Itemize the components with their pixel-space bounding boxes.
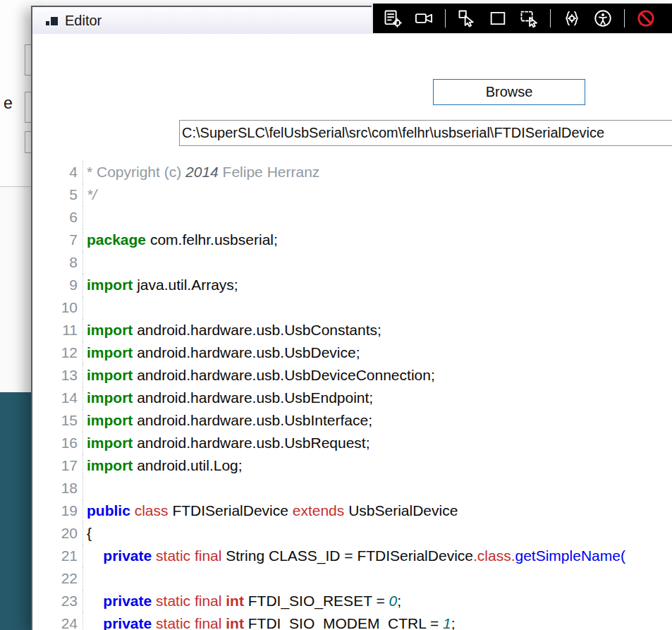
line-number: 24 (32, 612, 83, 630)
code-line: 17import android.util.Log; (32, 454, 672, 477)
code-text (83, 251, 87, 274)
detail-capture-icon[interactable] (383, 8, 403, 28)
line-number: 13 (32, 364, 83, 387)
code-line: 10 (32, 296, 672, 319)
code-text: private static final String CLASS_ID = F… (83, 545, 625, 567)
code-text: import android.hardware.usb.UsbRequest; (83, 432, 370, 454)
code-text: import java.util.Arrays; (83, 274, 238, 296)
code-text (83, 206, 87, 229)
browse-button[interactable]: Browse (433, 79, 585, 105)
code-text (83, 477, 87, 499)
code-line: 13import android.hardware.usb.UsbDeviceC… (32, 364, 672, 387)
line-number: 6 (32, 206, 83, 229)
code-text: * Copyright (c) 2014 Felipe Herranz (83, 161, 319, 183)
editor-window: Editor Browse 4* Copyright (c) 2014 Feli… (31, 6, 672, 630)
code-text: private static final int FTDI_SIO_MODEM_… (83, 612, 456, 630)
code-area[interactable]: 4* Copyright (c) 2014 Felipe Herranz5*/6… (32, 161, 672, 630)
code-line: 16import android.hardware.usb.UsbRequest… (32, 432, 672, 454)
line-number: 19 (32, 499, 83, 522)
line-number: 18 (32, 477, 83, 499)
toolbar-divider (550, 9, 551, 28)
background-partial-label: e (4, 94, 13, 113)
editor-content: Browse 4* Copyright (c) 2014 Felipe Herr… (32, 34, 672, 630)
code-lines: 4* Copyright (c) 2014 Felipe Herranz5*/6… (32, 161, 672, 630)
code-text: import android.hardware.usb.UsbDeviceCon… (83, 364, 435, 387)
code-line: 14import android.hardware.usb.UsbEndpoin… (32, 387, 672, 409)
accessibility-icon[interactable] (593, 8, 613, 28)
toolbar-divider (445, 9, 446, 28)
code-line: 9import java.util.Arrays; (32, 274, 672, 296)
code-line: 12import android.hardware.usb.UsbDevice; (32, 341, 672, 364)
code-line: 6 (32, 206, 672, 229)
code-text: package com.felhr.usbserial; (83, 229, 278, 251)
code-line: 8 (32, 251, 672, 274)
code-line: 22 (32, 567, 672, 590)
record-stop-icon[interactable] (636, 8, 656, 28)
toolbar-divider (624, 9, 625, 28)
line-number: 7 (32, 229, 83, 251)
code-line: 7package com.felhr.usbserial; (32, 229, 672, 251)
code-text: private static final int FTDI_SIO_RESET … (83, 590, 401, 612)
code-line: 20{ (32, 522, 672, 545)
line-number: 14 (32, 387, 83, 409)
line-number: 15 (32, 409, 83, 432)
code-line: 24 private static final int FTDI_SIO_MOD… (32, 612, 672, 630)
window-title: Editor (65, 13, 102, 29)
code-text: */ (83, 183, 97, 206)
line-number: 20 (32, 522, 83, 545)
rectangle-capture-icon[interactable] (488, 8, 508, 28)
code-text: import android.util.Log; (83, 454, 243, 477)
code-text (83, 296, 87, 319)
line-number: 10 (32, 296, 83, 319)
line-number: 21 (32, 545, 83, 567)
line-number: 12 (32, 341, 83, 364)
code-line: 18 (32, 477, 672, 499)
line-number: 23 (32, 590, 83, 612)
path-input[interactable] (179, 120, 672, 146)
code-line: 4* Copyright (c) 2014 Felipe Herranz (32, 161, 672, 183)
code-line: 23 private static final int FTDI_SIO_RES… (32, 590, 672, 612)
line-number: 8 (32, 251, 83, 274)
line-number: 16 (32, 432, 83, 454)
code-line: 5*/ (32, 183, 672, 206)
code-text: import android.hardware.usb.UsbInterface… (83, 409, 372, 432)
code-text: import android.hardware.usb.UsbConstants… (83, 319, 381, 341)
gear-sync-icon[interactable] (562, 8, 582, 28)
code-line: 11import android.hardware.usb.UsbConstan… (32, 319, 672, 341)
code-text: import android.hardware.usb.UsbEndpoint; (83, 387, 373, 409)
line-number: 17 (32, 454, 83, 477)
editor-app-icon (45, 13, 59, 28)
code-line: 19public class FTDISerialDevice extends … (32, 499, 672, 522)
code-text: public class FTDISerialDevice extends Us… (83, 499, 458, 522)
line-number: 9 (32, 274, 83, 296)
code-text: { (83, 522, 92, 545)
line-number: 4 (32, 161, 83, 183)
cursor-select-icon[interactable] (457, 8, 477, 28)
video-camera-icon[interactable] (414, 8, 434, 28)
code-line: 21 private static final String CLASS_ID … (32, 545, 672, 567)
line-number: 11 (32, 319, 83, 341)
code-text (83, 567, 87, 590)
line-number: 22 (32, 567, 83, 590)
capture-toolbar (372, 4, 672, 33)
line-number: 5 (32, 183, 83, 206)
cursor-region-icon[interactable] (519, 8, 539, 28)
code-text: import android.hardware.usb.UsbDevice; (83, 341, 360, 364)
code-line: 15import android.hardware.usb.UsbInterfa… (32, 409, 672, 432)
